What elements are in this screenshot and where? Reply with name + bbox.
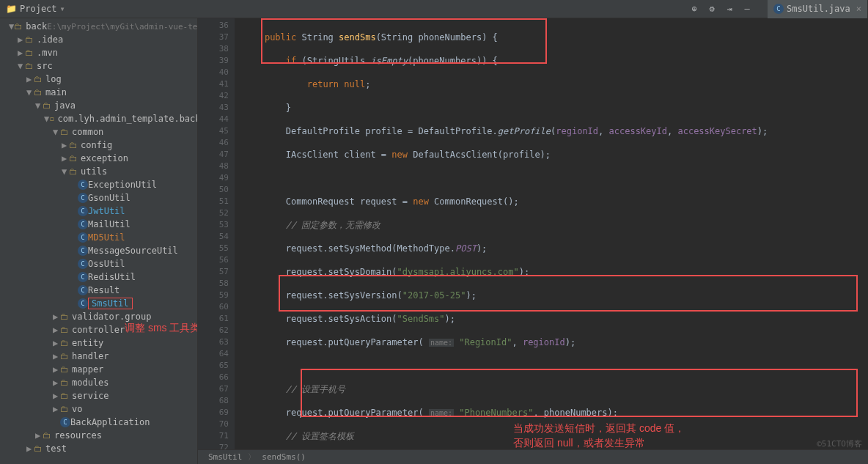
folder-icon: 🗀 (43, 100, 51, 111)
tree-arrow[interactable]: ▼ (9, 21, 14, 32)
tree-row[interactable]: ▶ 🗀 vo (0, 402, 197, 416)
tree-label: main (45, 87, 67, 97)
tree-label: config (81, 140, 112, 150)
tree-arrow[interactable]: ▶ (53, 351, 60, 361)
tree-row[interactable]: ▶ 🗀 exception (0, 152, 197, 165)
tree-row[interactable]: ▶ 🗀 config (0, 139, 197, 152)
tree-row[interactable]: ▼ ▫ com.lyh.admin_template.back (0, 112, 197, 125)
target-icon[interactable]: ⊕ (687, 1, 702, 16)
tree-row[interactable]: ▶ 🗀 service (0, 389, 197, 402)
tree-label: log (45, 74, 62, 84)
tree-row[interactable]: ▶ 🗀 validator.group (0, 310, 197, 323)
tree-arrow[interactable]: ▼ (44, 114, 49, 124)
tree-arrow[interactable]: ▶ (53, 312, 60, 322)
folder-icon: 🗀 (69, 153, 78, 163)
class-icon: C (78, 193, 88, 203)
class-icon: C (78, 272, 88, 282)
tree-arrow[interactable]: ▶ (18, 48, 25, 58)
class-icon: C (773, 4, 784, 14)
tree-row[interactable]: C MD5Util (0, 231, 197, 244)
tree-row[interactable]: C JwtUtil (0, 205, 197, 218)
folder-icon: 🗀 (25, 61, 34, 71)
tree-row[interactable]: C ExceptionUtil (0, 178, 197, 191)
tab-label: SmsUtil.java (787, 4, 850, 14)
code-content[interactable]: public String sendSms(String phoneNumber… (235, 18, 868, 449)
tree-label: resources (54, 430, 102, 441)
tree-row[interactable]: ▼ 🗀 java (0, 99, 197, 112)
tree-label: java (54, 100, 76, 111)
class-icon: C (78, 246, 88, 256)
tree-row[interactable]: ▶ 🗀 controller (0, 323, 197, 336)
gear-icon[interactable]: ⚙ (705, 1, 719, 16)
tree-arrow[interactable]: ▶ (53, 378, 60, 388)
collapse-icon[interactable]: ⇥ (722, 1, 737, 16)
project-dropdown[interactable]: 📁 Project ▾ (0, 0, 71, 18)
breadcrumb[interactable]: SmsUtil 〉 sendSms() (198, 449, 868, 464)
tree-arrow[interactable]: ▼ (62, 166, 69, 177)
tree-label: entity (72, 338, 103, 348)
class-icon: C (78, 285, 88, 295)
tree-arrow[interactable]: ▶ (53, 325, 60, 335)
breadcrumb-class[interactable]: SmsUtil (208, 452, 242, 462)
tree-label: controller (72, 325, 125, 335)
tree-label: BackApplication (70, 417, 150, 427)
close-icon[interactable]: × (856, 4, 861, 14)
tree-arrow[interactable]: ▼ (35, 100, 43, 111)
tree-arrow[interactable]: ▼ (18, 61, 25, 71)
tree-row[interactable]: C GsonUtil (0, 191, 197, 205)
tree-row[interactable]: ▶ 🗀 modules (0, 376, 197, 389)
tree-arrow[interactable]: ▶ (62, 140, 69, 150)
tree-arrow[interactable]: ▶ (18, 34, 25, 45)
tree-arrow[interactable]: ▶ (26, 443, 34, 454)
folder-icon: 🗀 (34, 74, 43, 84)
breadcrumb-method[interactable]: sendSms() (262, 452, 306, 462)
folder-icon: 🗀 (25, 48, 34, 58)
tree-row[interactable]: ▼ 🗀 back E:\myProject\myGit\admin-vue-te… (0, 20, 197, 33)
hide-icon[interactable]: — (740, 1, 754, 16)
project-label: Project (20, 4, 57, 14)
tree-arrow[interactable]: ▼ (53, 127, 60, 137)
tree-row[interactable]: C OssUtil (0, 257, 197, 270)
tree-row[interactable]: C SmsUtil (0, 297, 197, 310)
line-gutter: 3637383940414243444546474849505152535455… (198, 18, 235, 449)
tree-label: GsonUtil (88, 193, 130, 203)
tree-row[interactable]: C MessageSourceUtil (0, 244, 197, 257)
tree-row[interactable]: ▶ 🗀 log (0, 73, 197, 86)
tree-row[interactable]: ▶ 🗀 .idea (0, 33, 197, 46)
folder-icon: 🗀 (60, 364, 69, 375)
tree-arrow[interactable]: ▶ (53, 404, 60, 414)
folder-icon: 🗀 (14, 21, 23, 32)
tree-arrow[interactable]: ▶ (62, 153, 69, 163)
tree-arrow[interactable]: ▶ (53, 364, 60, 375)
project-tree[interactable]: ▼ 🗀 back E:\myProject\myGit\admin-vue-te… (0, 18, 198, 464)
tree-row[interactable]: ▶ 🗀 resources (0, 429, 197, 442)
folder-icon: 🗀 (34, 443, 43, 454)
tree-row[interactable]: C RedisUtil (0, 270, 197, 284)
tree-row[interactable]: ▼ 🗀 common (0, 125, 197, 139)
folder-icon: 🗀 (60, 378, 69, 388)
tree-arrow[interactable]: ▶ (53, 338, 60, 348)
tree-row[interactable]: ▼ 🗀 main (0, 86, 197, 99)
tree-label: service (72, 391, 109, 401)
tree-arrow[interactable]: ▶ (35, 430, 43, 441)
tree-row[interactable]: ▶ 🗀 handler (0, 350, 197, 363)
folder-icon: 🗀 (25, 34, 34, 45)
tree-row[interactable]: ▶ 🗀 .mvn (0, 46, 197, 59)
folder-icon: 🗀 (60, 404, 69, 414)
tree-row[interactable]: C Result (0, 284, 197, 297)
tree-row[interactable]: ▶ 🗀 mapper (0, 363, 197, 376)
tree-label: utils (81, 166, 107, 177)
tree-row[interactable]: C MailUtil (0, 218, 197, 231)
tree-arrow[interactable]: ▶ (53, 391, 60, 401)
code-editor[interactable]: 3637383940414243444546474849505152535455… (198, 18, 868, 464)
tree-label: com.lyh.admin_template.back (57, 114, 198, 124)
tree-arrow[interactable]: ▼ (26, 87, 34, 97)
tree-row[interactable]: ▶ 🗀 test (0, 442, 197, 455)
tree-row[interactable]: C BackApplication (0, 416, 197, 429)
tree-row[interactable]: ▼ 🗀 utils (0, 165, 197, 178)
tree-arrow[interactable]: ▶ (26, 74, 34, 84)
tree-row[interactable]: ▼ 🗀 src (0, 59, 197, 73)
tree-row[interactable]: ▶ 🗀 entity (0, 336, 197, 350)
tab-smsutil[interactable]: C SmsUtil.java × (768, 0, 868, 18)
tree-label: SmsUtil (88, 298, 133, 309)
